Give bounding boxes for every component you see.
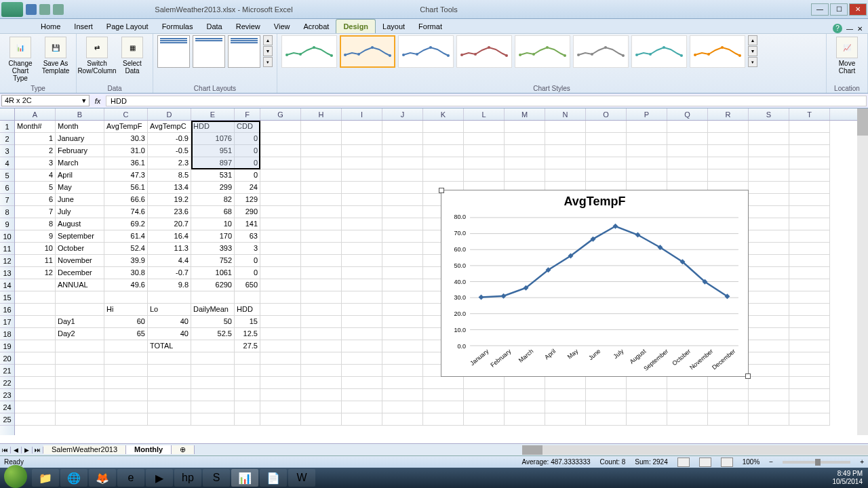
cell[interactable]: September <box>56 230 104 243</box>
cell[interactable] <box>708 157 749 169</box>
taskbar-excel-icon[interactable]: 📊 <box>231 469 258 487</box>
cell[interactable] <box>56 291 104 304</box>
close-button[interactable]: ✕ <box>849 3 867 16</box>
cell[interactable] <box>789 340 830 352</box>
cell[interactable] <box>382 267 423 279</box>
tab-review[interactable]: Review <box>229 20 267 33</box>
cell[interactable] <box>667 413 708 426</box>
row-header-25[interactable]: 25 <box>0 413 14 426</box>
cell[interactable] <box>627 121 667 133</box>
cell[interactable] <box>382 255 423 267</box>
cell[interactable]: Hi <box>104 304 148 316</box>
cell[interactable] <box>260 255 301 267</box>
cell[interactable] <box>301 255 342 267</box>
cell[interactable] <box>260 230 301 243</box>
cell[interactable] <box>667 377 708 389</box>
cell[interactable] <box>148 401 191 413</box>
cell[interactable]: 30.8 <box>104 267 148 279</box>
col-header-T[interactable]: T <box>789 108 830 120</box>
layout-more[interactable]: ▾ <box>263 57 273 67</box>
cell[interactable] <box>260 389 301 401</box>
cell[interactable]: 8.5 <box>148 169 191 182</box>
cell[interactable]: AvgTempF <box>104 121 148 133</box>
cell[interactable] <box>789 377 830 389</box>
chart-style-3[interactable] <box>398 35 454 68</box>
cell[interactable] <box>423 401 464 413</box>
tab-view[interactable]: View <box>267 20 297 33</box>
cell[interactable] <box>301 169 342 182</box>
tab-format[interactable]: Format <box>412 20 449 33</box>
cell[interactable] <box>545 389 586 401</box>
cell[interactable]: 15 <box>235 316 260 328</box>
tab-formulas[interactable]: Formulas <box>155 20 200 33</box>
cell[interactable] <box>749 389 789 401</box>
cell[interactable] <box>382 328 423 340</box>
cell[interactable] <box>382 365 423 377</box>
row-header-1[interactable]: 1 <box>0 121 14 133</box>
cell[interactable]: 9 <box>15 230 56 243</box>
cell[interactable]: 20.7 <box>148 218 191 230</box>
cell[interactable] <box>260 194 301 206</box>
cell[interactable]: ANNUAL <box>56 279 104 291</box>
cell[interactable] <box>667 145 708 157</box>
cell[interactable] <box>382 304 423 316</box>
cell[interactable] <box>191 365 235 377</box>
cell[interactable] <box>15 279 56 291</box>
cell[interactable] <box>104 389 148 401</box>
cell[interactable] <box>423 157 464 169</box>
cell[interactable] <box>505 157 545 169</box>
cell[interactable] <box>382 169 423 182</box>
cell[interactable]: May <box>56 182 104 194</box>
style-up[interactable]: ▲ <box>748 35 757 45</box>
cell[interactable] <box>191 340 235 352</box>
sheet-nav-prev[interactable]: ◀ <box>11 447 22 453</box>
ribbon-minimize[interactable]: — <box>846 25 853 33</box>
sheet-tab-monthly[interactable]: Monthly <box>126 445 172 454</box>
chart-layout-1[interactable] <box>157 35 190 68</box>
cell[interactable] <box>545 157 586 169</box>
view-normal-button[interactable] <box>677 458 690 467</box>
cell[interactable] <box>505 121 545 133</box>
view-layout-button[interactable] <box>699 458 711 467</box>
cell[interactable] <box>789 352 830 365</box>
cell[interactable]: 68 <box>191 206 235 218</box>
cell[interactable] <box>382 389 423 401</box>
cell[interactable] <box>15 304 56 316</box>
cell[interactable]: 24 <box>235 182 260 194</box>
cell[interactable] <box>382 206 423 218</box>
cell[interactable] <box>301 340 342 352</box>
row-header-12[interactable]: 12 <box>0 255 14 267</box>
taskbar-notepad-icon[interactable]: 📄 <box>260 469 287 487</box>
cell[interactable] <box>15 365 56 377</box>
cell[interactable] <box>667 401 708 413</box>
cell[interactable] <box>382 182 423 194</box>
chart-title[interactable]: AvgTempF <box>441 190 748 213</box>
row-header-23[interactable]: 23 <box>0 389 14 401</box>
cell[interactable] <box>191 389 235 401</box>
cell[interactable] <box>260 291 301 304</box>
cell[interactable]: 82 <box>191 194 235 206</box>
cell[interactable]: 897 <box>191 157 235 169</box>
vertical-scrollbar[interactable] <box>857 108 868 435</box>
cell[interactable] <box>789 182 830 194</box>
cell[interactable] <box>235 291 260 304</box>
col-header-K[interactable]: K <box>423 108 464 120</box>
cell[interactable]: October <box>56 243 104 255</box>
cell[interactable]: 6 <box>15 194 56 206</box>
chart-style-8[interactable] <box>690 35 745 68</box>
cell[interactable] <box>423 133 464 145</box>
cell[interactable] <box>191 352 235 365</box>
sheet-nav-first[interactable]: ⏮ <box>0 447 11 453</box>
cell[interactable] <box>708 133 749 145</box>
cell[interactable]: HDD <box>191 121 235 133</box>
cell[interactable]: 299 <box>191 182 235 194</box>
cell[interactable] <box>260 328 301 340</box>
cell[interactable]: 36.1 <box>104 157 148 169</box>
cell[interactable]: 63 <box>235 230 260 243</box>
chart-style-1[interactable] <box>281 35 337 68</box>
cell[interactable] <box>342 365 382 377</box>
cell[interactable] <box>545 413 586 426</box>
cell[interactable]: 1061 <box>191 267 235 279</box>
cell[interactable] <box>301 291 342 304</box>
cell[interactable] <box>789 389 830 401</box>
